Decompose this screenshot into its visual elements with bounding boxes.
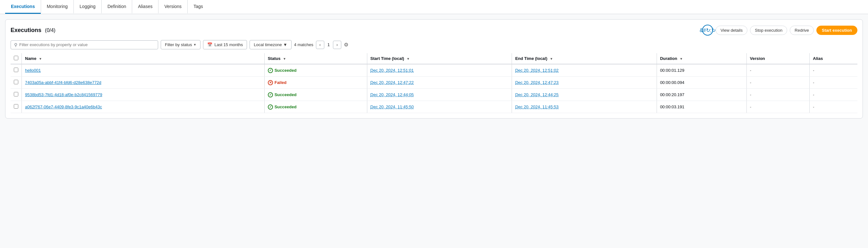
tab-executions[interactable]: Executions (5, 0, 41, 14)
refresh-button[interactable]: &#↻; ↻ (702, 25, 713, 36)
start-time-sort-icon[interactable]: ▼ (406, 57, 410, 61)
end-time-link[interactable]: Dec 20, 2024, 11:45:53 (515, 104, 558, 109)
row-alias-cell: - (810, 77, 858, 89)
table-row: 9538bd53-7fd1-4d18-af0e-b2c841569779✓Suc… (10, 89, 858, 101)
timezone-button[interactable]: Local timezone ▼ (250, 40, 291, 49)
start-execution-button[interactable]: Start execution (816, 26, 858, 35)
tab-monitoring[interactable]: Monitoring (41, 0, 73, 14)
start-time-link[interactable]: Dec 20, 2024, 12:47:22 (371, 80, 414, 85)
end-time-sort-icon[interactable]: ▼ (550, 57, 553, 61)
col-version: Version (746, 53, 810, 64)
card-title: Executions (0/4) (10, 27, 56, 33)
execution-name-link[interactable]: hello001 (25, 68, 41, 73)
page-number: 1 (326, 42, 332, 47)
table-row: 7403a05a-abbf-41f4-bfd6-d28e638e772d✕Fai… (10, 77, 858, 89)
row-alias-cell: - (810, 101, 858, 113)
status-succeeded: ✓Succeeded (268, 68, 364, 73)
row-name-cell: a062f767-06e7-4409-8fe3-9c1a40e6b43c (22, 101, 265, 113)
row-status-cell: ✓Succeeded (264, 64, 367, 77)
col-name-label: Name (25, 56, 36, 61)
date-range-label: Last 15 months (214, 42, 243, 47)
view-details-button[interactable]: View details (716, 26, 747, 35)
row-checkbox-cell (10, 77, 22, 89)
card-title-text: Executions (10, 27, 41, 33)
row-checkbox[interactable] (14, 68, 18, 72)
row-name-cell: 9538bd53-7fd1-4d18-af0e-b2c841569779 (22, 89, 265, 101)
status-label: Succeeded (275, 92, 297, 97)
tab-logging[interactable]: Logging (73, 0, 101, 14)
row-start-time-cell: Dec 20, 2024, 12:51:01 (367, 64, 512, 77)
tab-versions[interactable]: Versions (158, 0, 187, 14)
status-label: Succeeded (275, 104, 297, 109)
row-start-time-cell: Dec 20, 2024, 12:47:22 (367, 77, 512, 89)
table-header: Name ▼ Status ▼ Start Time (local) ▼ End… (10, 53, 858, 64)
col-end-time-label: End Time (local) (515, 56, 547, 61)
calendar-icon: 📅 (207, 42, 212, 47)
date-range-button[interactable]: 📅 Last 15 months (203, 40, 247, 49)
executions-card: Executions (0/4) &#↻; ↻ View details Sto… (5, 19, 863, 118)
row-checkbox[interactable] (14, 104, 18, 109)
status-sort-icon[interactable]: ▼ (283, 57, 286, 61)
refresh-icon: &#↻; (700, 27, 711, 33)
redrive-button[interactable]: Redrive (790, 26, 814, 35)
row-start-time-cell: Dec 20, 2024, 11:45:50 (367, 101, 512, 113)
table-body: hello001✓SucceededDec 20, 2024, 12:51:01… (10, 64, 858, 113)
status-label: Failed (275, 80, 287, 85)
filter-status-arrow-icon: ▼ (193, 43, 197, 46)
row-checkbox[interactable] (14, 80, 18, 84)
tab-definition[interactable]: Definition (101, 0, 132, 14)
col-alias-label: Alias (813, 56, 823, 61)
start-time-link[interactable]: Dec 20, 2024, 12:44:05 (371, 92, 414, 97)
row-checkbox[interactable] (14, 92, 18, 97)
card-count: (0/4) (45, 28, 56, 33)
start-time-link[interactable]: Dec 20, 2024, 11:45:50 (371, 104, 414, 109)
row-end-time-cell: Dec 20, 2024, 12:44:25 (512, 89, 657, 101)
row-status-cell: ✓Succeeded (264, 89, 367, 101)
status-label: Succeeded (275, 68, 297, 73)
col-start-time: Start Time (local) ▼ (367, 53, 512, 64)
execution-name-link[interactable]: 9538bd53-7fd1-4d18-af0e-b2c841569779 (25, 92, 102, 97)
row-status-cell: ✓Succeeded (264, 101, 367, 113)
header-actions: &#↻; ↻ View details Stop execution Redri… (702, 25, 858, 36)
execution-name-link[interactable]: a062f767-06e7-4409-8fe3-9c1a40e6b43c (25, 104, 102, 109)
end-time-link[interactable]: Dec 20, 2024, 12:47:23 (515, 80, 558, 85)
row-end-time-cell: Dec 20, 2024, 11:45:53 (512, 101, 657, 113)
col-start-time-label: Start Time (local) (371, 56, 404, 61)
status-succeeded: ✓Succeeded (268, 104, 364, 110)
next-page-button[interactable]: › (333, 41, 341, 49)
main-container: Executions (0/4) &#↻; ↻ View details Sto… (0, 14, 868, 124)
filter-status-button[interactable]: Filter by status ▼ (161, 40, 200, 49)
search-box[interactable]: ⚲ (10, 40, 158, 49)
executions-table: Name ▼ Status ▼ Start Time (local) ▼ End… (10, 53, 858, 113)
end-time-link[interactable]: Dec 20, 2024, 12:51:02 (515, 68, 558, 73)
row-checkbox-cell (10, 89, 22, 101)
row-checkbox-cell (10, 64, 22, 77)
start-time-link[interactable]: Dec 20, 2024, 12:51:01 (371, 68, 414, 73)
row-name-cell: hello001 (22, 64, 265, 77)
end-time-link[interactable]: Dec 20, 2024, 12:44:25 (515, 92, 558, 97)
stop-execution-button[interactable]: Stop execution (750, 26, 787, 35)
col-status-label: Status (268, 56, 281, 61)
table-row: hello001✓SucceededDec 20, 2024, 12:51:01… (10, 64, 858, 77)
card-header: Executions (0/4) &#↻; ↻ View details Sto… (10, 25, 858, 36)
select-all-checkbox[interactable] (14, 56, 18, 60)
execution-name-link[interactable]: 7403a05a-abbf-41f4-bfd6-d28e638e772d (25, 80, 101, 85)
row-version-cell: - (746, 64, 810, 77)
prev-page-button[interactable]: ‹ (316, 41, 324, 49)
timezone-label: Local timezone (254, 42, 282, 47)
row-duration-cell: 00:00:01.129 (657, 64, 746, 77)
search-input[interactable] (19, 42, 155, 47)
row-version-cell: - (746, 101, 810, 113)
table-settings-icon[interactable]: ⚙ (344, 42, 348, 48)
col-end-time: End Time (local) ▼ (512, 53, 657, 64)
duration-sort-icon[interactable]: ▼ (680, 57, 683, 61)
tab-tags[interactable]: Tags (187, 0, 209, 14)
filter-status-label: Filter by status (165, 42, 192, 47)
tab-aliases[interactable]: Aliases (132, 0, 158, 14)
row-checkbox-cell (10, 101, 22, 113)
row-start-time-cell: Dec 20, 2024, 12:44:05 (367, 89, 512, 101)
row-name-cell: 7403a05a-abbf-41f4-bfd6-d28e638e772d (22, 77, 265, 89)
filter-row: ⚲ Filter by status ▼ 📅 Last 15 months Lo… (10, 40, 858, 49)
header-checkbox-cell (10, 53, 22, 64)
name-sort-icon[interactable]: ▼ (39, 57, 42, 61)
